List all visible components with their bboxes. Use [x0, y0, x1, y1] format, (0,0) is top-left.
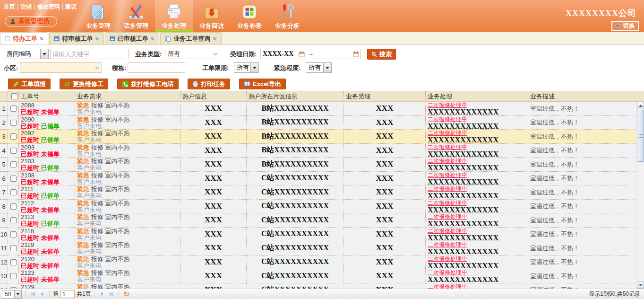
- prev-page-button[interactable]: [37, 290, 46, 299]
- row-checkbox[interactable]: [10, 217, 17, 223]
- table-row[interactable]: 4 2093 已超时 未催单 紧急 报修 室内不热 客户来电 XXX B站XXX…: [0, 144, 636, 158]
- excel-export-button[interactable]: Excel导出: [239, 79, 286, 89]
- row-checkbox[interactable]: [10, 133, 17, 140]
- header-demand[interactable]: 业务需求: [75, 91, 180, 101]
- home-link[interactable]: 首页: [4, 3, 15, 10]
- process-status-link[interactable]: 二次报修处理中: [428, 172, 528, 178]
- change-repairman-button[interactable]: 更换维修工: [60, 79, 108, 89]
- vertical-scrollbar[interactable]: [636, 102, 644, 289]
- table-row[interactable]: 13 2123 已超时 未催单 紧急 报修 室内不热 客户来电 XXX C站XX…: [0, 269, 636, 283]
- source-text: 客户来电: [77, 248, 180, 255]
- table-row[interactable]: 1 2088 已超时 未催单 紧急 报修 室内不热 客户来电 XXX B站XXX…: [0, 102, 636, 116]
- remind-flag: 未催单: [41, 150, 60, 158]
- process-status-link[interactable]: 二次报修处理中: [428, 256, 528, 262]
- row-checkbox[interactable]: [10, 273, 17, 279]
- table-row[interactable]: 9 2113 已超时 已催单 紧急 报修 室内不热 客户来电 XXX C站XXX…: [0, 213, 636, 228]
- header-heat-info[interactable]: 热户信息: [180, 91, 247, 101]
- scrollbar-thumb[interactable]: [637, 110, 644, 162]
- tab-refresh-icon[interactable]: ↻: [95, 36, 99, 41]
- deadline-select[interactable]: 所有: [234, 62, 259, 73]
- date-from-field[interactable]: XXXX-XX: [260, 49, 306, 59]
- date-label: 受理日期:: [230, 49, 257, 60]
- calendar-icon[interactable]: [353, 51, 359, 57]
- row-checkbox[interactable]: [10, 148, 17, 154]
- table-row[interactable]: 12 2120 已超时 未催单 紧急 报修 室内不热 客户来电 XXX C站XX…: [0, 255, 636, 270]
- source-text: 客户来电: [77, 165, 180, 171]
- nav-item-business-accept[interactable]: 业务受理: [79, 0, 117, 32]
- urgency-select[interactable]: 所有: [306, 62, 332, 73]
- community-combo[interactable]: [20, 62, 102, 73]
- type-combo[interactable]: 所有: [165, 49, 220, 59]
- heat-info-cell: XXX: [180, 241, 247, 255]
- tab-order-query[interactable]: 业务工单查询 ↻: [160, 32, 221, 44]
- row-checkbox[interactable]: [10, 203, 17, 210]
- page-size-select[interactable]: 50: [2, 290, 22, 299]
- row-checkbox[interactable]: [10, 189, 17, 195]
- area-info-cell: C站XXXXXXXXXX: [247, 213, 344, 227]
- tab-pending-orders[interactable]: 待办工单 ↻: [0, 32, 48, 44]
- tab-refresh-icon[interactable]: ↻: [213, 36, 216, 41]
- table-row[interactable]: 8 2112 已超时 未催单 紧急 报修 室内不热 客户来电 XXX C站XXX…: [0, 200, 636, 214]
- row-checkbox[interactable]: [10, 120, 17, 126]
- row-checkbox[interactable]: [10, 259, 17, 265]
- process-status-link[interactable]: 二次报修处理中: [428, 144, 528, 150]
- building-input[interactable]: [128, 62, 185, 73]
- date-to-field[interactable]: [315, 49, 361, 59]
- tab-to-review-orders[interactable]: 待审核工单 ↻: [49, 32, 103, 44]
- records-info: 显示1到50,共50记录: [589, 290, 640, 298]
- process-status-link[interactable]: 二次报修处理中: [428, 200, 528, 206]
- process-status-link[interactable]: 二次报修处理中: [428, 284, 528, 289]
- table-row[interactable]: 7 2111 已超时 已催单 紧急 报修 室内不热 客户来电 XXX C站XXX…: [0, 185, 636, 200]
- tab-reviewed-orders[interactable]: 已审核工单 ↻: [105, 32, 159, 44]
- call-repairman-button[interactable]: 拨打维修工电话: [117, 79, 179, 89]
- header-process[interactable]: 业务处理: [426, 91, 528, 101]
- table-row[interactable]: 14 2129 已超时 未催单 紧急 报修 室内不热 客户来电 XXX C站XX…: [0, 283, 636, 289]
- row-number: 2: [0, 116, 8, 130]
- table-row[interactable]: 3 2092 已超时 已催单 紧急 报修 室内不热 客户来电 XXX B站XXX…: [0, 130, 636, 144]
- change-password-link[interactable]: 修改密码: [37, 3, 60, 10]
- process-cell: 二次报修处理中 XXXXXXXXXXXXX: [426, 172, 528, 185]
- search-button[interactable]: 搜索: [367, 49, 396, 60]
- header-accept[interactable]: 业务受理: [344, 91, 426, 101]
- nav-item-business-supplement[interactable]: 业务补录: [231, 0, 268, 32]
- row-checkbox[interactable]: [10, 231, 17, 237]
- table-row[interactable]: 6 2108 已超时 未催单 紧急 报修 室内不热 客户来电 XXX C站XXX…: [0, 172, 636, 186]
- next-page-button[interactable]: [98, 290, 107, 299]
- header-select-all[interactable]: [8, 91, 19, 101]
- nav-item-business-callback[interactable]: 业务回访: [193, 0, 231, 32]
- nav-item-call-management[interactable]: 话务管理: [117, 0, 155, 32]
- keyword-input[interactable]: [50, 49, 129, 59]
- first-page-button[interactable]: [29, 290, 37, 299]
- logout-link[interactable]: 注销: [20, 3, 32, 10]
- switch-button[interactable]: 切换: [611, 21, 639, 31]
- field-select[interactable]: 房间编码: [4, 49, 49, 59]
- calendar-icon[interactable]: [299, 51, 305, 57]
- header-area-info[interactable]: 热户所在片区信息: [247, 91, 344, 101]
- header-desc[interactable]: 业务描述: [528, 91, 644, 101]
- tab-refresh-icon[interactable]: ↻: [40, 36, 43, 41]
- header-order-no[interactable]: 工单号: [19, 91, 75, 101]
- process-status-link[interactable]: 二次报修处理中: [428, 116, 528, 123]
- refresh-button[interactable]: ↻: [122, 290, 131, 299]
- tab-refresh-icon[interactable]: ↻: [151, 36, 155, 41]
- print-task-button[interactable]: 打印任务: [188, 79, 230, 89]
- row-checkbox[interactable]: [10, 106, 17, 112]
- accept-value: XXX: [376, 243, 394, 253]
- scroll-up-button[interactable]: [637, 102, 644, 109]
- scroll-down-button[interactable]: [637, 281, 644, 289]
- row-checkbox[interactable]: [10, 245, 17, 251]
- table-row[interactable]: 11 2119 已超时 未催单 紧急 报修 室内不热 客户来电 XXX C站XX…: [0, 241, 636, 255]
- nav-item-business-process[interactable]: 业务处理: [155, 0, 193, 32]
- select-all-checkbox[interactable]: [11, 93, 17, 99]
- row-checkbox[interactable]: [10, 161, 17, 167]
- process-status-link[interactable]: 二次报修处理中: [428, 228, 528, 234]
- fill-order-button[interactable]: 工单填报: [8, 79, 51, 89]
- last-page-button[interactable]: [107, 290, 115, 299]
- row-checkbox[interactable]: [10, 176, 17, 182]
- suggestion-link[interactable]: 建议: [65, 3, 77, 10]
- table-row[interactable]: 5 2103 已超时 已催单 紧急 报修 室内不热 客户来电 XXX B站XXX…: [0, 158, 636, 172]
- table-row[interactable]: 2 2090 已超时 已催单 紧急 报修 室内不热 客户来电 XXX B站XXX…: [0, 116, 636, 130]
- table-row[interactable]: 10 2118 已超时 未催单 紧急 报修 室内不热 客户来电 XXX C站XX…: [0, 228, 636, 242]
- nav-item-business-analysis[interactable]: 业务分析: [268, 0, 306, 32]
- page-number-input[interactable]: [60, 290, 75, 298]
